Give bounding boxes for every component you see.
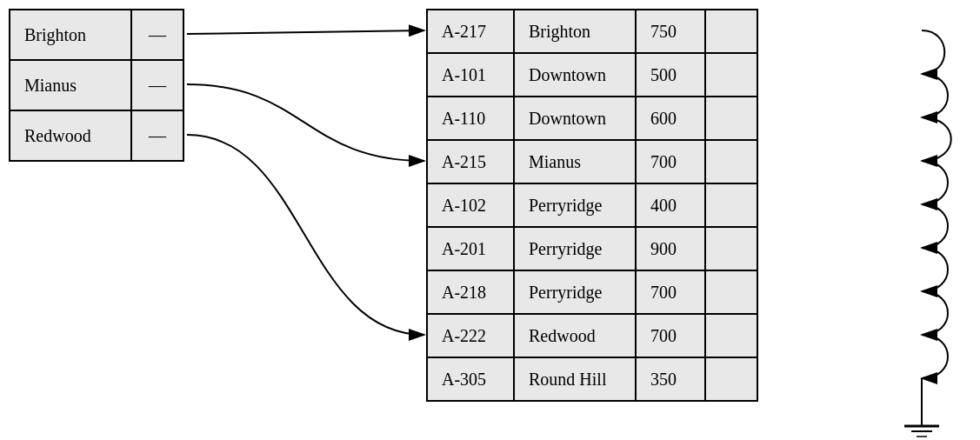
left-table-row: Brighton— (10, 10, 183, 60)
right-branch-cell: Redwood (514, 314, 636, 357)
right-balance-cell: 700 (636, 140, 705, 183)
right-extra-cell (705, 97, 757, 140)
right-balance-cell: 350 (636, 357, 705, 401)
right-table-row: A-102Perryridge400 (427, 183, 757, 227)
svg-line-2 (187, 30, 424, 34)
right-branch-cell: Brighton (514, 10, 636, 53)
right-extra-cell (705, 314, 757, 357)
left-branch-cell: Brighton (10, 10, 131, 60)
right-account_no-cell: A-217 (427, 10, 514, 53)
right-account_no-cell: A-102 (427, 183, 514, 227)
right-account_no-cell: A-110 (427, 97, 514, 140)
right-extra-cell (705, 357, 757, 401)
right-branch-cell: Round Hill (514, 357, 636, 401)
left-arrow-cell: — (131, 10, 183, 60)
right-balance-cell: 700 (636, 270, 705, 314)
right-extra-cell (705, 227, 757, 270)
right-branch-cell: Perryridge (514, 270, 636, 314)
left-arrow-cell: — (131, 110, 183, 161)
right-table-row: A-110Downtown600 (427, 97, 757, 140)
right-extra-cell (705, 183, 757, 227)
right-extra-cell (705, 270, 757, 314)
right-branch-cell: Perryridge (514, 183, 636, 227)
right-account_no-cell: A-222 (427, 314, 514, 357)
left-table: Brighton—Mianus—Redwood— (9, 9, 184, 162)
right-balance-cell: 750 (636, 10, 705, 53)
right-table-row: A-201Perryridge900 (427, 227, 757, 270)
right-table: A-217Brighton750A-101Downtown500A-110Dow… (426, 9, 758, 402)
right-account_no-cell: A-215 (427, 140, 514, 183)
right-balance-cell: 400 (636, 183, 705, 227)
right-table-row: A-305Round Hill350 (427, 357, 757, 401)
right-branch-cell: Downtown (514, 97, 636, 140)
right-extra-cell (705, 140, 757, 183)
left-branch-cell: Mianus (10, 60, 131, 110)
right-extra-cell (705, 53, 757, 97)
left-arrow-cell: — (131, 60, 183, 110)
right-branch-cell: Perryridge (514, 227, 636, 270)
right-account_no-cell: A-201 (427, 227, 514, 270)
right-table-row: A-222Redwood700 (427, 314, 757, 357)
diagram-container: Brighton—Mianus—Redwood— A-217Brighton75… (0, 0, 980, 440)
right-branch-cell: Mianus (514, 140, 636, 183)
right-branch-cell: Downtown (514, 53, 636, 97)
right-balance-cell: 500 (636, 53, 705, 97)
right-table-row: A-217Brighton750 (427, 10, 757, 53)
right-balance-cell: 700 (636, 314, 705, 357)
right-balance-cell: 900 (636, 227, 705, 270)
right-table-row: A-101Downtown500 (427, 53, 757, 97)
right-extra-cell (705, 10, 757, 53)
right-balance-cell: 600 (636, 97, 705, 140)
right-account_no-cell: A-218 (427, 270, 514, 314)
left-table-row: Mianus— (10, 60, 183, 110)
left-branch-cell: Redwood (10, 110, 131, 161)
right-account_no-cell: A-305 (427, 357, 514, 401)
left-table-row: Redwood— (10, 110, 183, 161)
right-table-row: A-218Perryridge700 (427, 270, 757, 314)
right-account_no-cell: A-101 (427, 53, 514, 97)
right-table-row: A-215Mianus700 (427, 140, 757, 183)
